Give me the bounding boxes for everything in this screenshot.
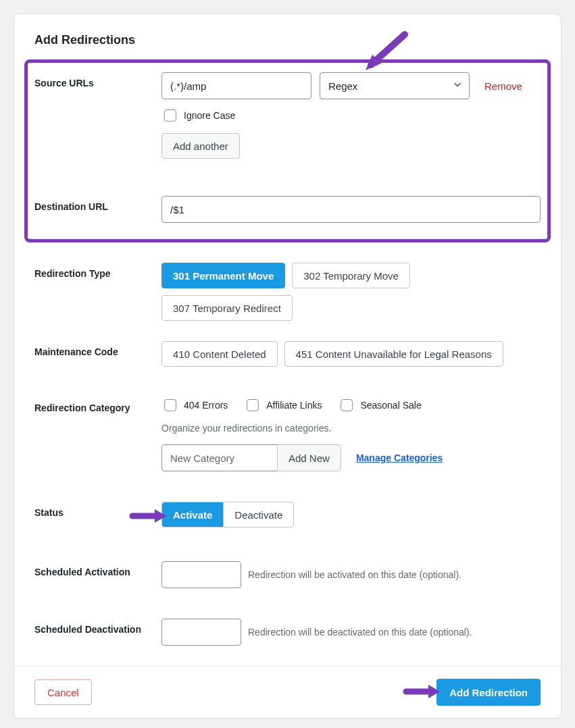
new-category-input[interactable] — [161, 444, 278, 471]
cat-404-checkbox[interactable] — [164, 399, 176, 411]
redirect-302-button[interactable]: 302 Temporary Move — [292, 263, 410, 288]
category-help-text: Organize your redirections in categories… — [161, 423, 541, 434]
redirection-type-label: Redirection Type — [34, 263, 161, 279]
maintenance-code-row: Maintenance Code 410 Content Deleted 451… — [34, 341, 541, 367]
status-label: Status — [34, 502, 161, 518]
add-redirection-button[interactable]: Add Redirection — [436, 679, 541, 706]
maint-451-button[interactable]: 451 Content Unavailable for Legal Reason… — [284, 341, 503, 367]
chevron-down-icon — [453, 80, 462, 92]
card-footer: Cancel Add Redirection — [14, 666, 561, 718]
category-checkbox-group: 404 Errors Affiliate Links Seasonal Sale — [161, 397, 541, 413]
cat-404-label: 404 Errors — [184, 400, 228, 411]
redirection-type-group: 301 Permanent Move 302 Temporary Move 30… — [161, 263, 541, 321]
destination-url-row: Destination URL — [34, 196, 541, 223]
add-another-button[interactable]: Add another — [161, 133, 240, 159]
scheduled-deactivation-input[interactable] — [161, 619, 241, 646]
status-row: Status Activate Deactivate — [34, 502, 541, 527]
scheduled-activation-row: Scheduled Activation Redirection will be… — [34, 561, 541, 588]
cat-seasonal-checkbox[interactable] — [341, 399, 353, 411]
scheduled-deactivation-controls: Redirection will be deactivated on this … — [161, 619, 541, 646]
redirection-category-row: Redirection Category 404 Errors Affiliat… — [34, 397, 541, 471]
scheduled-activation-help: Redirection will be activated on this da… — [248, 569, 461, 580]
cancel-button[interactable]: Cancel — [34, 679, 92, 705]
source-urls-label: Source URLs — [34, 72, 161, 88]
add-new-category-button[interactable]: Add New — [277, 444, 341, 471]
source-urls-controls: Regex Remove Ignore Case Add another — [161, 72, 541, 159]
cat-affiliate-label: Affiliate Links — [266, 400, 322, 411]
add-redirections-card: Add Redirections Source URLs Regex — [14, 14, 561, 719]
scheduled-activation-controls: Redirection will be activated on this da… — [161, 561, 541, 588]
cat-affiliate-row[interactable]: Affiliate Links — [244, 397, 322, 413]
match-type-select-wrap: Regex — [320, 72, 470, 99]
deactivate-button[interactable]: Deactivate — [223, 502, 293, 527]
redirect-301-button[interactable]: 301 Permanent Move — [161, 263, 285, 288]
destination-url-label: Destination URL — [34, 196, 161, 212]
match-type-select[interactable]: Regex — [320, 72, 470, 99]
ignore-case-row[interactable]: Ignore Case — [161, 107, 541, 124]
cat-seasonal-label: Seasonal Sale — [360, 400, 421, 411]
ignore-case-checkbox[interactable] — [164, 109, 176, 122]
destination-url-controls — [161, 196, 541, 223]
redirection-category-controls: 404 Errors Affiliate Links Seasonal Sale… — [161, 397, 541, 471]
scheduled-deactivation-help: Redirection will be deactivated on this … — [248, 627, 472, 638]
cat-404-row[interactable]: 404 Errors — [161, 397, 228, 413]
ignore-case-label: Ignore Case — [184, 110, 235, 121]
page-title: Add Redirections — [34, 33, 541, 47]
source-destination-highlight: Source URLs Regex Remove — [24, 59, 551, 242]
maintenance-code-label: Maintenance Code — [34, 341, 161, 357]
source-url-input-row: Regex Remove — [161, 72, 541, 99]
manage-categories-link[interactable]: Manage Categories — [356, 452, 443, 463]
destination-url-input[interactable] — [161, 196, 541, 223]
scheduled-deactivation-row: Scheduled Deactivation Redirection will … — [34, 619, 541, 646]
category-add-row: Add New Manage Categories — [161, 444, 541, 471]
redirect-307-button[interactable]: 307 Temporary Redirect — [161, 295, 293, 321]
cat-affiliate-checkbox[interactable] — [247, 399, 259, 411]
redirection-type-row: Redirection Type 301 Permanent Move 302 … — [34, 263, 541, 321]
remove-source-link[interactable]: Remove — [484, 80, 522, 92]
scheduled-activation-label: Scheduled Activation — [34, 561, 161, 577]
status-controls: Activate Deactivate — [161, 502, 541, 527]
redirection-category-label: Redirection Category — [34, 397, 161, 413]
status-toggle-group: Activate Deactivate — [161, 502, 294, 527]
source-urls-row: Source URLs Regex Remove — [34, 72, 541, 159]
maint-410-button[interactable]: 410 Content Deleted — [161, 341, 278, 367]
activate-button[interactable]: Activate — [162, 502, 223, 527]
match-type-value: Regex — [328, 80, 357, 92]
card-body: Add Redirections Source URLs Regex — [14, 14, 561, 666]
scheduled-deactivation-label: Scheduled Deactivation — [34, 619, 161, 635]
cat-seasonal-row[interactable]: Seasonal Sale — [338, 397, 421, 413]
maintenance-code-group: 410 Content Deleted 451 Content Unavaila… — [161, 341, 541, 367]
scheduled-activation-input[interactable] — [161, 561, 241, 588]
source-url-input[interactable] — [161, 72, 311, 99]
